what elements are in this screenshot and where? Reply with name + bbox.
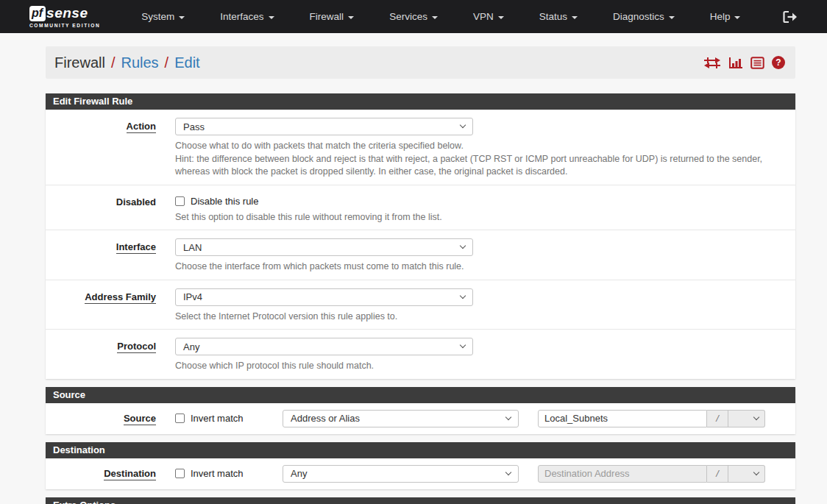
caret-down-icon [498, 16, 504, 19]
caret-down-icon [348, 16, 354, 19]
interface-select-value: LAN [183, 242, 202, 253]
protocol-select-value: Any [183, 341, 199, 352]
log-icon[interactable] [750, 57, 764, 69]
pfsense-logo[interactable]: pf sense COMMUNITY EDITION [29, 5, 100, 28]
disable-rule-checkbox-label[interactable]: Disable this rule [191, 196, 259, 207]
sliders-icon[interactable] [703, 57, 721, 69]
disabled-help: Set this option to disable this rule wit… [175, 211, 795, 224]
disable-rule-checkbox[interactable] [175, 196, 185, 206]
address-family-help: Select the Internet Protocol version thi… [175, 310, 795, 324]
caret-down-icon [669, 16, 675, 19]
destination-type-select[interactable]: Any [283, 465, 519, 483]
destination-mask-separator: / [707, 465, 728, 483]
destination-invert-label[interactable]: Invert match [191, 468, 244, 479]
sense-logo-text: sense [46, 5, 88, 21]
source-invert-checkbox[interactable] [175, 414, 185, 423]
top-navbar: pf sense COMMUNITY EDITION System Interf… [0, 0, 827, 33]
address-family-select-value: IPv4 [183, 291, 202, 302]
protocol-help: Choose which IP protocol this rule shoul… [175, 360, 795, 373]
main-menu: System Interfaces Firewall Services VPN … [124, 0, 758, 33]
destination-row: Destination Invert match Any / [46, 458, 795, 489]
nav-item-diagnostics[interactable]: Diagnostics [595, 0, 692, 33]
source-mask-select[interactable] [728, 410, 765, 427]
chevron-down-icon [460, 122, 466, 128]
breadcrumb-link-rules[interactable]: Rules [121, 54, 158, 71]
action-row: Action Pass Choose what to do with packe… [46, 110, 795, 185]
breadcrumb: Firewall / Rules / Edit [46, 46, 795, 79]
source-mask-separator: / [707, 410, 728, 427]
nav-item-vpn[interactable]: VPN [455, 0, 522, 33]
action-help: Choose what to do with packets that matc… [175, 140, 795, 179]
chevron-down-icon [460, 292, 466, 298]
nav-item-services[interactable]: Services [372, 0, 455, 33]
caret-down-icon [179, 16, 185, 19]
help-icon[interactable]: ? [772, 56, 785, 69]
destination-panel: Destination Destination Invert match Any… [46, 442, 795, 489]
address-family-row: Address Family IPv4 Select the Internet … [46, 280, 795, 330]
nav-item-system[interactable]: System [124, 0, 202, 33]
source-type-select-value: Address or Alias [291, 413, 360, 424]
source-panel: Source Source Invert match Address or Al… [46, 387, 795, 434]
chevron-down-icon [753, 414, 759, 419]
destination-label: Destination [46, 468, 156, 479]
extra-options-panel: Extra Options [46, 497, 795, 504]
protocol-label: Protocol [46, 338, 156, 373]
svg-text:?: ? [775, 57, 781, 68]
action-select-value: Pass [183, 121, 205, 132]
source-label: Source [46, 413, 156, 424]
caret-down-icon [269, 16, 274, 19]
pf-logo-box: pf [29, 6, 46, 21]
source-invert-label[interactable]: Invert match [191, 413, 244, 424]
breadcrumb-actions: ? [703, 56, 785, 69]
protocol-row: Protocol Any Choose which IP protocol th… [46, 330, 795, 379]
interface-help: Choose the interface from which packets … [175, 260, 795, 274]
interface-label: Interface [46, 238, 156, 274]
destination-invert-checkbox[interactable] [175, 469, 185, 478]
breadcrumb-section: Firewall [54, 54, 105, 71]
address-family-select[interactable]: IPv4 [175, 288, 473, 306]
chevron-down-icon [460, 342, 466, 348]
chevron-down-icon [753, 469, 759, 475]
destination-mask-select[interactable] [728, 465, 765, 483]
interface-select[interactable]: LAN [175, 238, 473, 256]
caret-down-icon [734, 16, 740, 19]
source-type-select[interactable]: Address or Alias [283, 410, 519, 427]
chevron-down-icon [505, 414, 511, 419]
panel-title-destination: Destination [46, 442, 795, 458]
breadcrumb-separator: / [165, 54, 169, 71]
edit-firewall-rule-panel: Edit Firewall Rule Action Pass Choose wh… [46, 93, 795, 379]
nav-item-help[interactable]: Help [692, 0, 759, 33]
nav-item-status[interactable]: Status [522, 0, 595, 33]
chevron-down-icon [505, 469, 511, 475]
action-select[interactable]: Pass [175, 118, 473, 135]
action-label: Action [46, 118, 156, 179]
panel-title-extra-options: Extra Options [46, 497, 795, 504]
edition-label: COMMUNITY EDITION [29, 23, 100, 28]
destination-address-input[interactable] [538, 465, 707, 483]
disabled-row: Disabled Disable this rule Set this opti… [46, 185, 795, 231]
breadcrumb-link-edit[interactable]: Edit [174, 54, 199, 71]
caret-down-icon [572, 16, 578, 19]
interface-row: Interface LAN Choose the interface from … [46, 230, 795, 280]
panel-title-edit-firewall-rule: Edit Firewall Rule [46, 93, 795, 110]
destination-type-select-value: Any [291, 468, 307, 479]
disabled-label: Disabled [46, 194, 156, 224]
source-address-input[interactable] [538, 410, 707, 427]
caret-down-icon [432, 16, 438, 19]
logout-icon[interactable] [783, 10, 798, 24]
panel-title-source: Source [46, 387, 795, 403]
nav-item-interfaces[interactable]: Interfaces [202, 0, 291, 33]
chevron-down-icon [460, 243, 466, 249]
source-row: Source Invert match Address or Alias / [46, 403, 795, 434]
protocol-select[interactable]: Any [175, 338, 473, 355]
nav-item-firewall[interactable]: Firewall [292, 0, 372, 33]
breadcrumb-separator: / [111, 54, 116, 71]
bar-chart-icon[interactable] [728, 57, 743, 69]
address-family-label: Address Family [46, 288, 156, 324]
